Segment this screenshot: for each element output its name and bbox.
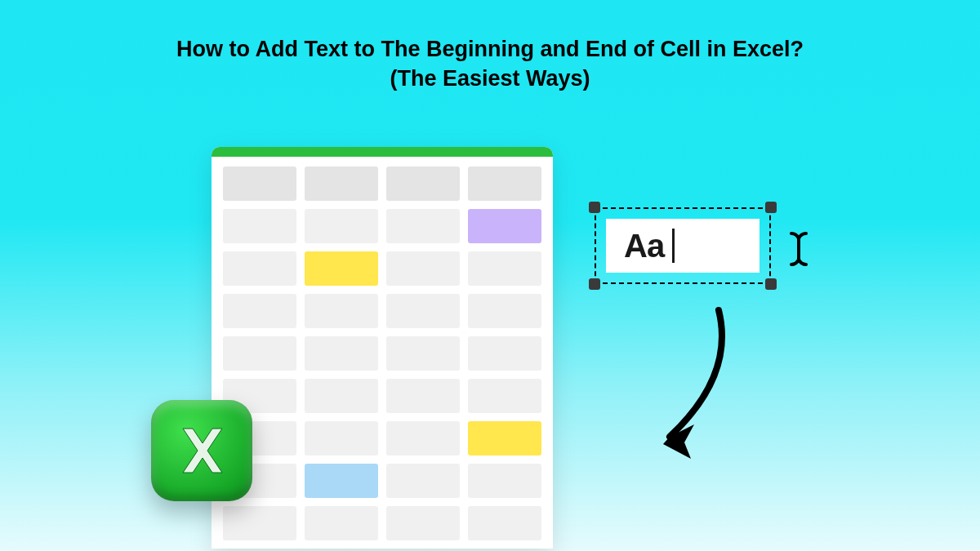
sheet-header-row [223, 167, 541, 201]
sheet-row [223, 336, 541, 371]
sheet-body [212, 157, 553, 540]
resize-handle-icon [765, 202, 777, 213]
cell [386, 464, 460, 498]
cell [468, 379, 541, 413]
cell [386, 506, 460, 540]
sheet-topbar [212, 147, 553, 157]
cell [468, 294, 541, 328]
resize-handle-icon [765, 278, 777, 290]
cell [468, 251, 541, 286]
cell [305, 209, 378, 243]
sheet-row [223, 379, 541, 413]
cell [468, 336, 541, 371]
cell [386, 294, 460, 328]
excel-x-glyph [173, 422, 230, 479]
cell [223, 294, 296, 328]
cell [386, 421, 460, 455]
curved-arrow-icon [612, 302, 760, 469]
cell-highlight-purple [468, 209, 541, 243]
resize-handle-icon [589, 278, 600, 290]
header-cell [386, 167, 460, 201]
header-cell [305, 167, 378, 201]
cell [305, 379, 378, 413]
sheet-row [223, 251, 541, 286]
cell [386, 251, 460, 286]
sheet-row [223, 294, 541, 328]
sheet-row [223, 464, 541, 498]
sheet-row [223, 209, 541, 243]
header-cell [468, 167, 541, 201]
cell [386, 379, 460, 413]
cell-highlight-yellow [305, 251, 378, 286]
cell [468, 506, 541, 540]
text-input-illustration: Aa [595, 207, 771, 284]
cell [305, 294, 378, 328]
cell [223, 336, 296, 371]
excel-app-icon [151, 400, 252, 501]
cell-highlight-blue [305, 464, 378, 498]
text-caret-icon [672, 229, 675, 263]
cell [223, 251, 296, 286]
header-cell [223, 167, 296, 201]
cell [386, 209, 460, 243]
resize-handle-icon [589, 202, 600, 213]
cell [305, 506, 378, 540]
cell [223, 209, 296, 243]
cell [305, 421, 378, 455]
spreadsheet-illustration [212, 147, 553, 549]
cell [305, 336, 378, 371]
sheet-row [223, 506, 541, 540]
sample-text: Aa [624, 228, 664, 264]
cell [386, 336, 460, 371]
cell [223, 506, 296, 540]
text-cursor-icon [786, 229, 811, 273]
sheet-row [223, 421, 541, 455]
cell [468, 464, 541, 498]
title-line-2: (The Easiest Ways) [0, 64, 980, 93]
title-line-1: How to Add Text to The Beginning and End… [0, 34, 980, 64]
page-title: How to Add Text to The Beginning and End… [0, 0, 980, 94]
text-field: Aa [606, 219, 760, 273]
cell-highlight-yellow [468, 421, 541, 455]
